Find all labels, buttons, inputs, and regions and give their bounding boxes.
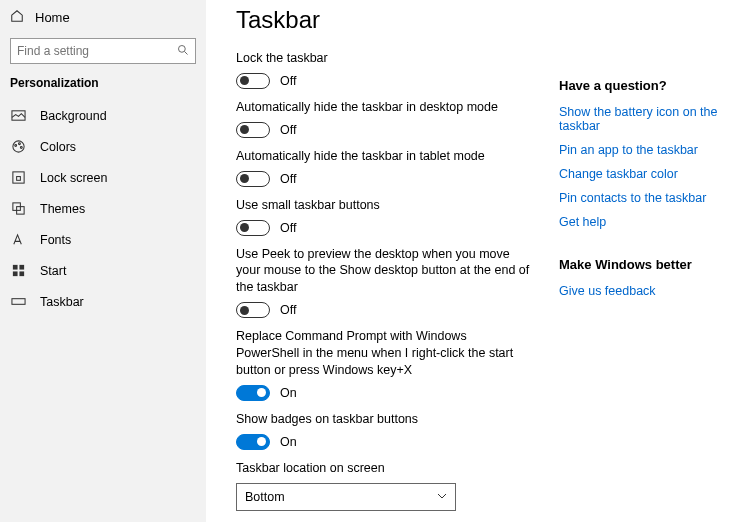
svg-rect-10: [12, 265, 17, 270]
svg-rect-14: [11, 299, 24, 305]
toggle-badges[interactable]: [236, 434, 270, 450]
svg-rect-11: [19, 265, 24, 270]
setting-label-location: Taskbar location on screen: [236, 460, 531, 477]
svg-rect-6: [12, 172, 23, 183]
svg-point-0: [179, 46, 186, 53]
picture-icon: [10, 108, 26, 123]
toggle-autohide-desktop[interactable]: [236, 122, 270, 138]
palette-icon: [10, 139, 26, 154]
setting-label-lock: Lock the taskbar: [236, 50, 531, 67]
main-content: Taskbar Lock the taskbar Off Automatical…: [206, 0, 750, 522]
sidebar-item-label: Background: [40, 109, 107, 123]
svg-rect-7: [16, 177, 20, 181]
toggle-state: Off: [280, 123, 296, 137]
sidebar-item-taskbar[interactable]: Taskbar: [0, 286, 206, 317]
select-location[interactable]: Bottom: [236, 483, 456, 511]
sidebar-item-background[interactable]: Background: [0, 100, 206, 131]
setting-label-autohide-desktop: Automatically hide the taskbar in deskto…: [236, 99, 531, 116]
setting-label-powershell: Replace Command Prompt with Windows Powe…: [236, 328, 531, 379]
toggle-state: Off: [280, 74, 296, 88]
setting-label-autohide-tablet: Automatically hide the taskbar in tablet…: [236, 148, 531, 165]
fonts-icon: [10, 232, 26, 247]
setting-label-peek: Use Peek to preview the desktop when you…: [236, 246, 531, 297]
sidebar-item-label: Start: [40, 264, 66, 278]
aside-better-title: Make Windows better: [559, 257, 734, 272]
chevron-down-icon: [437, 490, 447, 504]
svg-point-3: [14, 145, 16, 147]
toggle-state: On: [280, 435, 297, 449]
sidebar-item-fonts[interactable]: Fonts: [0, 224, 206, 255]
search-icon: [177, 42, 189, 60]
sidebar-item-label: Fonts: [40, 233, 71, 247]
lock-screen-icon: [10, 170, 26, 185]
page-title: Taskbar: [236, 6, 734, 34]
svg-rect-12: [12, 271, 17, 276]
sidebar-item-label: Colors: [40, 140, 76, 154]
sidebar-item-label: Taskbar: [40, 295, 84, 309]
aside-column: Have a question? Show the battery icon o…: [559, 50, 734, 522]
toggle-state: On: [280, 386, 297, 400]
toggle-lock[interactable]: [236, 73, 270, 89]
select-value: Bottom: [245, 490, 285, 504]
toggle-state: Off: [280, 303, 296, 317]
sidebar-item-colors[interactable]: Colors: [0, 131, 206, 162]
toggle-autohide-tablet[interactable]: [236, 171, 270, 187]
toggle-peek[interactable]: [236, 302, 270, 318]
sidebar: Home Personalization Background Colors L…: [0, 0, 206, 522]
toggle-state: Off: [280, 172, 296, 186]
home-label: Home: [35, 10, 70, 25]
aside-question-title: Have a question?: [559, 78, 734, 93]
toggle-state: Off: [280, 221, 296, 235]
setting-label-small-buttons: Use small taskbar buttons: [236, 197, 531, 214]
search-input[interactable]: [17, 44, 177, 58]
feedback-link[interactable]: Give us feedback: [559, 284, 734, 298]
setting-label-badges: Show badges on taskbar buttons: [236, 411, 531, 428]
help-link-battery[interactable]: Show the battery icon on the taskbar: [559, 105, 734, 133]
help-link-pin-app[interactable]: Pin an app to the taskbar: [559, 143, 734, 157]
home-icon: [10, 9, 24, 26]
svg-point-4: [18, 143, 20, 145]
toggle-small-buttons[interactable]: [236, 220, 270, 236]
sidebar-item-label: Lock screen: [40, 171, 107, 185]
search-input-wrap[interactable]: [10, 38, 196, 64]
svg-point-5: [20, 147, 22, 149]
sidebar-item-lock-screen[interactable]: Lock screen: [0, 162, 206, 193]
sidebar-item-start[interactable]: Start: [0, 255, 206, 286]
sidebar-item-themes[interactable]: Themes: [0, 193, 206, 224]
start-icon: [10, 263, 26, 278]
themes-icon: [10, 201, 26, 216]
svg-rect-13: [19, 271, 24, 276]
section-title: Personalization: [0, 76, 206, 100]
help-link-pin-contacts[interactable]: Pin contacts to the taskbar: [559, 191, 734, 205]
sidebar-item-label: Themes: [40, 202, 85, 216]
home-button[interactable]: Home: [0, 7, 206, 32]
help-link-color[interactable]: Change taskbar color: [559, 167, 734, 181]
svg-point-2: [12, 141, 23, 152]
taskbar-icon: [10, 294, 26, 309]
help-link-get-help[interactable]: Get help: [559, 215, 734, 229]
settings-column: Lock the taskbar Off Automatically hide …: [236, 50, 531, 522]
toggle-powershell[interactable]: [236, 385, 270, 401]
